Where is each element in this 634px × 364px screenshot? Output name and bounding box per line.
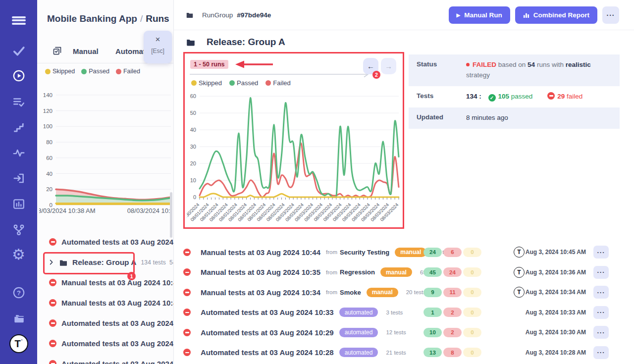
legend-skipped[interactable]: Skipped bbox=[45, 68, 75, 75]
skipped-dot-icon bbox=[45, 69, 51, 74]
report-chart-icon[interactable] bbox=[11, 197, 26, 211]
breadcrumb-project[interactable]: Mobile Banking App bbox=[47, 13, 137, 24]
app-logo[interactable]: T' bbox=[9, 334, 28, 353]
run-timestamp: Aug 3, 2024 10:36 AM bbox=[512, 269, 586, 276]
failed-count: 29 bbox=[557, 93, 565, 100]
help-icon[interactable]: ? bbox=[11, 285, 26, 300]
row-more-button[interactable]: ··· bbox=[593, 266, 609, 279]
legend-failed[interactable]: Failed bbox=[116, 68, 140, 75]
table-row[interactable]: Manual tests at 03 Aug 2024 10:34 fromSm… bbox=[183, 282, 609, 303]
run-checklist-icon[interactable] bbox=[52, 46, 62, 58]
passed-pill: 10 bbox=[423, 328, 442, 337]
passed-pill: 1 bbox=[423, 308, 442, 317]
next-runs-button[interactable]: → bbox=[381, 58, 396, 74]
passed-pill: 9 bbox=[423, 288, 442, 297]
runs-mini-chart: 02040608010012014008/03/2024 10:38 AM08/… bbox=[39, 76, 172, 225]
failed-pill: 6 bbox=[443, 248, 462, 257]
passed-dot-icon bbox=[229, 80, 235, 86]
steps-icon[interactable] bbox=[11, 120, 26, 135]
failed-minus-icon bbox=[49, 299, 56, 307]
result-pills: 45240 bbox=[423, 267, 481, 277]
list-item[interactable]: Manual tests at 03 Aug 2024 10:43 bbox=[37, 272, 174, 293]
close-icon[interactable]: × bbox=[144, 35, 172, 44]
breadcrumb-separator: / bbox=[140, 13, 143, 24]
sign-in-icon[interactable] bbox=[11, 171, 26, 186]
result-pills: 2460 bbox=[423, 248, 481, 257]
failed-minus-icon bbox=[183, 249, 191, 256]
list-item[interactable]: Automated tests at 03 Aug 2024 10 bbox=[37, 313, 174, 333]
svg-text:08/03/2024 10:38 AM: 08/03/2024 10:38 AM bbox=[39, 207, 96, 214]
failed-dot-icon bbox=[466, 63, 470, 66]
table-row[interactable]: Automated tests at 03 Aug 2024 10:29 aut… bbox=[183, 322, 609, 343]
runs-list-sidebar: Automated tests at 03 Aug 2024 10 Releas… bbox=[37, 232, 174, 364]
tests-row: Tests 134 : ✓105 passed 29 failed bbox=[409, 86, 620, 107]
failed-minus-icon bbox=[183, 329, 191, 336]
svg-text:120: 120 bbox=[43, 108, 53, 114]
rungroup-breadcrumb: RunGroup #97bde94e bbox=[186, 11, 271, 19]
list-item[interactable]: Automated tests at 03 Aug 2024 10 bbox=[37, 333, 174, 354]
table-row[interactable]: Automated tests at 03 Aug 2024 10:33 aut… bbox=[183, 303, 609, 323]
failed-minus-icon bbox=[49, 319, 56, 327]
test-plan-icon[interactable] bbox=[11, 95, 26, 109]
table-row[interactable]: Manual tests at 03 Aug 2024 10:44 fromSe… bbox=[183, 242, 609, 262]
projects-folders-icon[interactable] bbox=[11, 311, 26, 326]
failed-pill: 2 bbox=[443, 328, 462, 337]
tab-manual[interactable]: Manual bbox=[73, 47, 99, 55]
status-label: Status bbox=[417, 60, 466, 81]
failed-minus-icon bbox=[547, 92, 555, 100]
pulse-icon[interactable] bbox=[11, 146, 26, 160]
more-options-button[interactable]: ··· bbox=[602, 6, 619, 24]
rungroup-id: #97bde94e bbox=[237, 11, 271, 19]
legend-passed[interactable]: Passed bbox=[81, 68, 109, 75]
legend-passed[interactable]: Passed bbox=[229, 79, 258, 87]
menu-icon[interactable] bbox=[11, 13, 26, 28]
mini-chart-legend: Skipped Passed Failed bbox=[45, 68, 140, 75]
play-circle-icon[interactable] bbox=[11, 68, 26, 83]
row-more-button[interactable]: ··· bbox=[593, 286, 609, 299]
folder-icon bbox=[59, 258, 68, 267]
result-pills: 1380 bbox=[423, 348, 481, 357]
svg-text:0: 0 bbox=[193, 194, 196, 200]
legend-failed[interactable]: Failed bbox=[265, 79, 290, 87]
release-heading: Release: Group A bbox=[186, 37, 285, 48]
passed-dot-icon bbox=[81, 69, 87, 74]
failed-pill: 8 bbox=[443, 348, 462, 357]
chevron-right-icon[interactable] bbox=[48, 259, 54, 265]
automated-tag: automated bbox=[339, 348, 378, 357]
list-item-release-group[interactable]: Release: Group A 134 tests 54 r bbox=[37, 252, 174, 272]
tutorial-step-badge-2: 2 bbox=[372, 71, 380, 79]
check-icon[interactable] bbox=[11, 44, 26, 58]
list-item[interactable]: Automated tests at 03 Aug 2024 10 bbox=[37, 232, 174, 252]
release-title: Release: Group A bbox=[207, 37, 285, 48]
combined-report-button[interactable]: Combined Report bbox=[515, 6, 597, 24]
status-row: Status FAILED based on 54 runs with real… bbox=[409, 54, 620, 86]
svg-text:08/03/2024 10:39 AM: 08/03/2024 10:39 AM bbox=[127, 207, 172, 214]
row-more-button[interactable]: ··· bbox=[593, 306, 609, 319]
svg-text:20: 20 bbox=[46, 186, 53, 192]
row-more-button[interactable]: ··· bbox=[593, 326, 609, 339]
svg-text:40: 40 bbox=[46, 171, 53, 177]
panel-scrollbar[interactable] bbox=[170, 192, 172, 238]
list-item[interactable]: Manual tests at 03 Aug 2024 10:42 bbox=[37, 293, 174, 313]
esc-key-label: [Esc] bbox=[144, 48, 172, 54]
row-more-button[interactable]: ··· bbox=[593, 346, 609, 359]
manual-run-button[interactable]: ▶ Manual Run bbox=[449, 6, 510, 24]
gear-icon[interactable]: ⚙ bbox=[11, 247, 26, 262]
branch-icon[interactable] bbox=[11, 222, 26, 237]
legend-skipped[interactable]: Skipped bbox=[191, 79, 222, 87]
failed-minus-icon bbox=[183, 289, 191, 296]
svg-text:60: 60 bbox=[46, 155, 53, 161]
svg-text:40: 40 bbox=[190, 127, 196, 133]
result-pills: 9110 bbox=[423, 288, 481, 297]
table-row[interactable]: Manual tests at 03 Aug 2024 10:35 fromRe… bbox=[183, 262, 609, 283]
row-more-button[interactable]: ··· bbox=[593, 246, 609, 259]
updated-row: Updated 8 minutes ago bbox=[409, 107, 620, 129]
run-timestamp: Aug 3, 2024 10:45 AM bbox=[512, 249, 586, 256]
skipped-pill: 0 bbox=[463, 348, 481, 357]
main-chart-legend: Skipped Passed Failed bbox=[191, 79, 291, 87]
list-item[interactable]: Automated tests at 03 Aug 2024 10 bbox=[37, 354, 174, 364]
failed-minus-icon bbox=[49, 340, 56, 347]
table-row[interactable]: Automated tests at 03 Aug 2024 10:28 aut… bbox=[183, 343, 609, 363]
skipped-pill: 0 bbox=[463, 267, 481, 277]
svg-text:60: 60 bbox=[190, 93, 196, 99]
